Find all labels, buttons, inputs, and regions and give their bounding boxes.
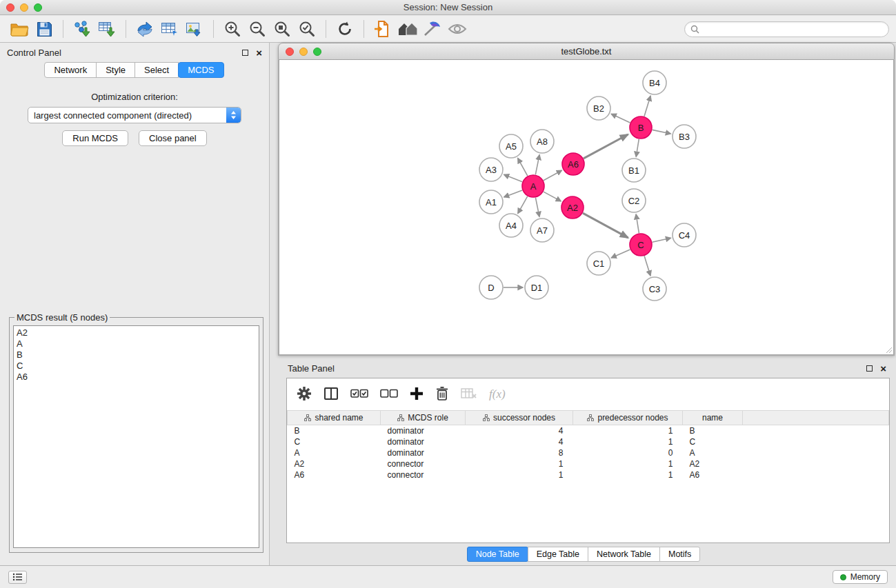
memory-button[interactable]: Memory [833, 570, 888, 584]
tab-mcds[interactable]: MCDS [178, 62, 223, 78]
graph-node-A1[interactable]: A1 [479, 190, 503, 214]
table-cell[interactable]: A2 [683, 458, 743, 469]
table-cell[interactable]: dominator [381, 425, 466, 436]
table-cell[interactable]: A [288, 447, 381, 458]
column-header-predecessor-nodes[interactable]: predecessor nodes [573, 411, 683, 425]
table-cell[interactable] [743, 458, 889, 469]
close-table-panel-icon[interactable]: × [880, 365, 886, 372]
table-cell[interactable]: C [683, 436, 743, 447]
network-window-titlebar[interactable]: testGlobe.txt [278, 43, 895, 60]
graph-edge-B-B3[interactable] [653, 130, 671, 134]
mcds-result-list[interactable]: A2ABCA6 [13, 325, 259, 548]
table-cell[interactable]: connector [381, 469, 466, 480]
search-box[interactable] [684, 21, 889, 37]
graph-edge-A-A8[interactable] [535, 155, 539, 175]
panel-list-button[interactable] [8, 571, 27, 584]
graph-edge-C-C4[interactable] [653, 238, 671, 242]
tab-motifs[interactable]: Motifs [659, 547, 700, 562]
table-cell[interactable]: A [683, 447, 743, 458]
table-cell[interactable]: 0 [573, 447, 683, 458]
graph-edge-A-A1[interactable] [504, 190, 522, 197]
network-zoom-button[interactable] [313, 48, 321, 56]
graph-edge-A-A6[interactable] [544, 170, 562, 181]
graph-node-A[interactable]: A [522, 175, 544, 197]
import-network-button[interactable] [70, 18, 94, 40]
close-panel-button[interactable]: Close panel [139, 130, 207, 146]
graph-node-D[interactable]: D [479, 276, 503, 299]
table-settings-button[interactable] [297, 386, 312, 403]
table-cell[interactable] [743, 425, 889, 436]
graph-edge-A-A5[interactable] [518, 159, 528, 176]
deselect-all-button[interactable] [380, 389, 398, 401]
graph-edge-A-A4[interactable] [518, 196, 528, 214]
network-canvas[interactable]: B4B2BB3A5A8A6A3B1AC2A1A2A4A7C4CC1C3DD1 [278, 60, 895, 356]
graph-node-B[interactable]: B [630, 116, 652, 139]
refresh-button[interactable] [332, 18, 357, 40]
graph-edge-A6-B[interactable] [584, 134, 628, 159]
show-hide-button[interactable] [445, 18, 470, 40]
import-table-button[interactable] [94, 18, 119, 40]
table-cell[interactable]: A6 [683, 469, 743, 480]
column-selector-button[interactable] [323, 387, 339, 403]
tab-node-table[interactable]: Node Table [467, 547, 528, 562]
graph-node-A8[interactable]: A8 [530, 130, 554, 153]
column-header-mcds-role[interactable]: MCDS role [381, 411, 466, 425]
graph-edge-A-A2[interactable] [544, 192, 561, 201]
network-close-button[interactable] [286, 48, 294, 56]
delete-table-button[interactable] [461, 387, 477, 402]
table-cell[interactable]: 1 [573, 469, 683, 480]
table-cell[interactable] [743, 436, 889, 447]
table-cell[interactable] [743, 469, 889, 480]
graph-node-A7[interactable]: A7 [530, 219, 554, 242]
table-cell[interactable]: 8 [466, 447, 573, 458]
mcds-result-item[interactable]: A2 [17, 327, 256, 338]
resize-grip[interactable] [884, 345, 893, 354]
tab-select[interactable]: Select [135, 62, 179, 78]
graph-node-C1[interactable]: C1 [587, 252, 610, 275]
graph-node-B2[interactable]: B2 [587, 97, 610, 120]
table-row[interactable]: Bdominator41B [288, 425, 889, 436]
graph-node-B4[interactable]: B4 [643, 71, 666, 94]
export-image-button[interactable] [182, 18, 207, 40]
table-cell[interactable]: A6 [288, 469, 381, 480]
table-cell[interactable] [743, 447, 889, 458]
column-header-successor-nodes[interactable]: successor nodes [466, 411, 573, 425]
new-network-button[interactable] [132, 18, 157, 40]
table-row[interactable]: A2connector11A2 [288, 458, 889, 469]
zoom-in-button[interactable] [220, 18, 245, 40]
table-cell[interactable]: C [288, 436, 381, 447]
search-input[interactable] [703, 24, 883, 34]
graph-node-C4[interactable]: C4 [673, 223, 696, 247]
graph-edge-C-C1[interactable] [611, 250, 630, 258]
graph-node-A2[interactable]: A2 [561, 196, 584, 219]
table-cell[interactable]: 1 [573, 436, 683, 447]
graph-edge-A-A7[interactable] [535, 198, 539, 217]
run-mcds-button[interactable]: Run MCDS [62, 130, 128, 146]
tab-style[interactable]: Style [96, 62, 135, 78]
table-row[interactable]: Cdominator41C [288, 436, 889, 447]
graph-edge-C-C3[interactable] [644, 256, 650, 276]
table-cell[interactable]: 1 [573, 458, 683, 469]
mcds-result-item[interactable]: A6 [17, 372, 256, 383]
new-table-button[interactable] [157, 18, 182, 40]
table-cell[interactable]: dominator [381, 436, 466, 447]
mcds-result-item[interactable]: A [17, 338, 256, 349]
minimize-window-button[interactable] [20, 3, 28, 12]
add-row-button[interactable] [410, 387, 424, 403]
delete-row-button[interactable] [435, 386, 449, 403]
graph-edge-B-B4[interactable] [644, 96, 650, 116]
table-cell[interactable]: dominator [381, 447, 466, 458]
graph-node-C2[interactable]: C2 [622, 189, 646, 212]
graph-edge-A-A3[interactable] [504, 174, 523, 181]
zoom-window-button[interactable] [34, 3, 42, 12]
float-table-panel-icon[interactable] [866, 365, 873, 372]
zoom-fit-button[interactable] [270, 18, 295, 40]
select-all-button[interactable] [350, 389, 368, 401]
graph-node-C[interactable]: C [630, 234, 652, 256]
graph-node-A6[interactable]: A6 [562, 153, 584, 175]
column-header-name[interactable]: name [683, 411, 743, 425]
import-session-button[interactable] [370, 18, 395, 40]
mcds-result-item[interactable]: C [17, 361, 256, 372]
table-row[interactable]: Adominator80A [288, 447, 889, 458]
table-cell[interactable]: 1 [573, 425, 683, 436]
